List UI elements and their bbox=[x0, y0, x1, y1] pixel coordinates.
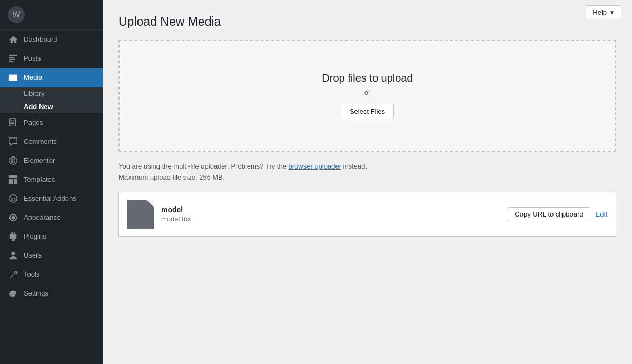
sidebar-label-pages: Pages bbox=[24, 118, 43, 127]
help-chevron-icon: ▼ bbox=[609, 9, 615, 15]
svg-rect-12 bbox=[14, 159, 15, 161]
media-icon bbox=[8, 72, 18, 83]
file-icon bbox=[127, 200, 154, 229]
file-filename: model.fbx bbox=[161, 215, 500, 223]
sidebar-label-tools: Tools bbox=[24, 270, 39, 279]
svg-rect-14 bbox=[9, 175, 17, 178]
file-name: model bbox=[161, 205, 500, 214]
sidebar-label-users: Users bbox=[24, 251, 42, 260]
browser-uploader-link[interactable]: browser uploader bbox=[289, 162, 341, 170]
sidebar: W Dashboard Posts Media Library Add New … bbox=[0, 0, 103, 364]
svg-rect-3 bbox=[9, 61, 13, 62]
upload-or-text: or bbox=[130, 88, 605, 96]
sidebar-item-media[interactable]: Media bbox=[0, 68, 103, 87]
plugins-icon bbox=[8, 231, 18, 242]
users-icon bbox=[8, 250, 18, 261]
svg-rect-9 bbox=[11, 123, 14, 124]
copy-url-button[interactable]: Copy URL to clipboard bbox=[508, 207, 590, 221]
sidebar-logo: W bbox=[0, 0, 103, 30]
svg-rect-1 bbox=[9, 57, 14, 58]
sidebar-label-elementor: Elementor bbox=[24, 156, 55, 165]
svg-point-23 bbox=[11, 252, 15, 255]
svg-rect-2 bbox=[9, 59, 15, 60]
elementor-icon bbox=[8, 155, 18, 166]
sidebar-label-posts: Posts bbox=[24, 54, 41, 63]
svg-rect-0 bbox=[9, 55, 17, 56]
svg-text:EA: EA bbox=[11, 197, 16, 202]
sidebar-item-users[interactable]: Users bbox=[0, 246, 103, 265]
svg-rect-13 bbox=[14, 161, 15, 163]
file-actions: Copy URL to clipboard Edit bbox=[508, 207, 607, 221]
sidebar-item-posts[interactable]: Posts bbox=[0, 49, 103, 68]
sidebar-item-comments[interactable]: Comments bbox=[0, 132, 103, 151]
sidebar-label-templates: Templates bbox=[24, 175, 55, 184]
drop-title: Drop files to upload bbox=[130, 72, 605, 84]
wp-logo-icon: W bbox=[8, 6, 25, 23]
sidebar-label-settings: Settings bbox=[24, 289, 48, 298]
select-files-button[interactable]: Select Files bbox=[341, 104, 394, 119]
sidebar-item-tools[interactable]: Tools bbox=[0, 265, 103, 284]
sidebar-label-dashboard: Dashboard bbox=[24, 35, 57, 44]
sidebar-item-settings[interactable]: Settings bbox=[0, 284, 103, 303]
sidebar-label-ea: Essential Addons bbox=[24, 194, 76, 203]
sidebar-item-pages[interactable]: Pages bbox=[0, 113, 103, 132]
upload-drop-zone[interactable]: Drop files to upload or Select Files bbox=[118, 40, 616, 152]
svg-rect-21 bbox=[10, 234, 17, 239]
ea-icon: EA bbox=[8, 193, 18, 204]
svg-rect-22 bbox=[12, 239, 14, 241]
file-item: model model.fbx Copy URL to clipboard Ed… bbox=[118, 192, 616, 237]
sidebar-label-plugins: Plugins bbox=[24, 232, 46, 241]
sidebar-label-appearance: Appearance bbox=[24, 213, 61, 222]
topbar: Help ▼ bbox=[575, 0, 632, 25]
templates-icon bbox=[8, 174, 18, 185]
help-label: Help bbox=[592, 8, 607, 16]
svg-rect-15 bbox=[9, 179, 13, 184]
sidebar-item-appearance[interactable]: Appearance bbox=[0, 208, 103, 227]
sidebar-subitem-library[interactable]: Library bbox=[0, 87, 103, 100]
svg-rect-7 bbox=[11, 121, 15, 121]
dashboard-icon bbox=[8, 34, 18, 45]
help-button[interactable]: Help ▼ bbox=[586, 5, 621, 19]
sidebar-label-media: Media bbox=[24, 73, 42, 82]
file-details: model model.fbx bbox=[161, 205, 500, 223]
uploader-info-suffix: instead. bbox=[341, 162, 367, 170]
page-title: Upload New Media bbox=[118, 15, 616, 29]
uploader-info-text: You are using the multi-file uploader. P… bbox=[118, 162, 289, 170]
svg-rect-16 bbox=[14, 179, 17, 184]
sidebar-label-comments: Comments bbox=[24, 137, 57, 146]
sidebar-media-submenu: Library Add New bbox=[0, 87, 103, 113]
svg-point-10 bbox=[9, 157, 17, 164]
comments-icon bbox=[8, 136, 18, 147]
sidebar-item-dashboard[interactable]: Dashboard bbox=[0, 30, 103, 49]
sidebar-subitem-add-new[interactable]: Add New bbox=[0, 100, 103, 113]
sidebar-item-templates[interactable]: Templates bbox=[0, 170, 103, 189]
settings-icon bbox=[8, 288, 18, 299]
svg-rect-20 bbox=[14, 232, 15, 234]
svg-rect-19 bbox=[11, 232, 13, 234]
sidebar-item-plugins[interactable]: Plugins bbox=[0, 227, 103, 246]
appearance-icon bbox=[8, 212, 18, 223]
posts-icon bbox=[8, 53, 18, 64]
main-content: Help ▼ Upload New Media Drop files to up… bbox=[103, 0, 632, 364]
pages-icon bbox=[8, 117, 18, 128]
uploader-info: You are using the multi-file uploader. P… bbox=[118, 162, 616, 170]
sidebar-item-elementor[interactable]: Elementor bbox=[0, 151, 103, 170]
svg-rect-8 bbox=[11, 122, 14, 122]
max-size-text: Maximum upload file size: 256 MB. bbox=[118, 173, 616, 181]
sidebar-item-essential-addons[interactable]: EA Essential Addons bbox=[0, 189, 103, 208]
edit-link[interactable]: Edit bbox=[596, 210, 607, 218]
tools-icon bbox=[8, 269, 18, 280]
file-fold bbox=[146, 200, 154, 207]
svg-rect-11 bbox=[11, 159, 13, 163]
